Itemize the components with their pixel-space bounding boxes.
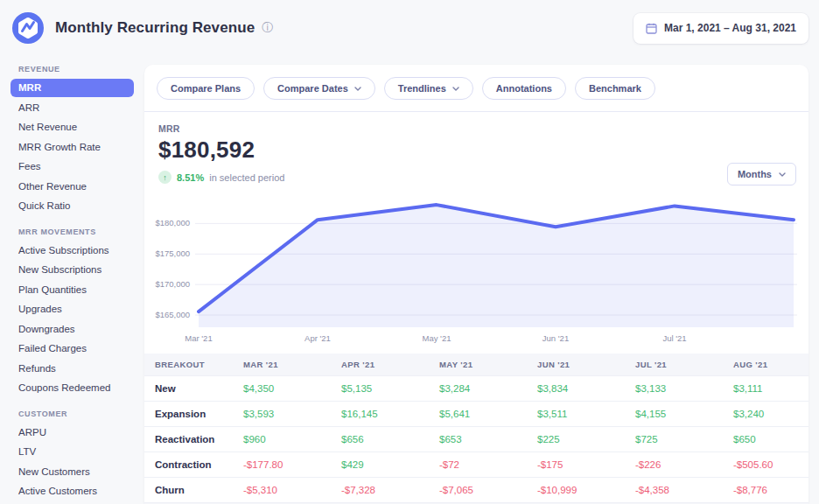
column-header-mar-21: MAR '21 — [233, 354, 331, 376]
svg-text:$165,000: $165,000 — [155, 310, 190, 319]
table-cell: -$7,065 — [429, 478, 527, 503]
annotations-button[interactable]: Annotations — [482, 77, 566, 100]
column-header-jul-21: JUL '21 — [625, 354, 723, 376]
button-label: Compare Plans — [171, 83, 241, 94]
sidebar-item-net-revenue[interactable]: Net Revenue — [10, 118, 134, 136]
compare-plans-button[interactable]: Compare Plans — [157, 77, 255, 100]
row-label: Contraction — [144, 452, 233, 478]
date-range-label: Mar 1, 2021 – Aug 31, 2021 — [664, 22, 796, 34]
table-cell: $653 — [429, 427, 527, 452]
sidebar-section-customer: CUSTOMERARPULTVNew CustomersActive Custo… — [10, 410, 134, 504]
trend-up-icon: ↑ — [158, 171, 172, 184]
info-icon[interactable]: ⓘ — [262, 20, 273, 36]
sidebar-item-downgrades[interactable]: Downgrades — [10, 320, 134, 339]
row-label: New — [144, 376, 233, 402]
sidebar-item-upgrades[interactable]: Upgrades — [10, 300, 134, 318]
table-cell: $3,834 — [527, 376, 625, 402]
sidebar-item-arpu[interactable]: ARPU — [10, 424, 134, 442]
app-logo-icon[interactable] — [12, 12, 44, 44]
table-cell: -$4,358 — [625, 478, 723, 503]
chart-toolbar: Compare PlansCompare DatesTrendlinesAnno… — [144, 65, 808, 111]
sidebar-item-new-customers[interactable]: New Customers — [10, 463, 134, 481]
sidebar-item-failed-charges[interactable]: Failed Charges — [10, 340, 134, 358]
table-cell: -$5,310 — [233, 478, 331, 503]
breakout-table-header: BREAKOUTMAR '21APR '21MAY '21JUN '21JUL … — [144, 354, 808, 376]
sidebar-item-other-revenue[interactable]: Other Revenue — [10, 178, 134, 196]
sidebar-item-mrr-growth-rate[interactable]: MRR Growth Rate — [10, 138, 134, 157]
table-cell: -$10,999 — [527, 478, 625, 503]
column-header-may-21: MAY '21 — [429, 354, 527, 376]
svg-text:Apr '21: Apr '21 — [304, 333, 331, 343]
sidebar-item-active-subscriptions[interactable]: Active Subscriptions — [10, 242, 134, 260]
svg-text:Jun '21: Jun '21 — [542, 333, 569, 343]
table-cell: $3,284 — [429, 376, 527, 402]
sidebar-item-plan-quantities[interactable]: Plan Quantities — [10, 281, 134, 299]
sidebar-item-ltv[interactable]: LTV — [10, 443, 134, 461]
table-cell: -$177.80 — [233, 452, 331, 478]
sidebar-nav: REVENUEMRRARRNet RevenueMRR Growth RateF… — [0, 56, 144, 504]
table-cell: $650 — [723, 427, 808, 452]
row-label: Expansion — [144, 402, 233, 427]
sidebar-item-new-subscriptions[interactable]: New Subscriptions — [10, 261, 134, 279]
chevron-down-icon — [779, 172, 786, 177]
table-cell: $725 — [625, 427, 723, 452]
table-cell: $3,111 — [723, 376, 808, 402]
sidebar-section-label: REVENUE — [18, 65, 134, 74]
table-cell: $960 — [233, 427, 331, 452]
sidebar-section-revenue: REVENUEMRRARRNet RevenueMRR Growth RateF… — [10, 65, 134, 215]
svg-text:May '21: May '21 — [423, 333, 452, 343]
sidebar-section-mrr-movements: MRR MOVEMENTSActive SubscriptionsNew Sub… — [10, 228, 134, 397]
mrr-line-chart[interactable]: $180,000$175,000$170,000$165,000Mar '21A… — [150, 189, 808, 345]
benchmark-button[interactable]: Benchmark — [575, 77, 655, 100]
breakout-table: BREAKOUTMAR '21APR '21MAY '21JUN '21JUL … — [144, 354, 808, 504]
sidebar-item-mrr[interactable]: MRR — [10, 79, 134, 97]
period-select[interactable]: Months — [727, 163, 796, 186]
sidebar-item-refunds[interactable]: Refunds — [10, 360, 134, 378]
chevron-down-icon — [354, 87, 361, 91]
svg-text:Jul '21: Jul '21 — [662, 333, 686, 343]
calendar-icon — [646, 23, 657, 34]
table-cell: $4,350 — [233, 376, 331, 402]
svg-text:Mar '21: Mar '21 — [185, 333, 212, 343]
mrr-chart-area[interactable]: $180,000$175,000$170,000$165,000Mar '21A… — [150, 189, 808, 345]
table-cell: $3,240 — [723, 402, 808, 427]
column-header-aug-21: AUG '21 — [723, 354, 808, 376]
svg-text:$170,000: $170,000 — [155, 279, 190, 289]
button-label: Annotations — [496, 83, 552, 94]
column-header-jun-21: JUN '21 — [527, 354, 625, 376]
table-cell: $5,641 — [429, 402, 527, 427]
table-row-reactivation: Reactivation$960$656$653$225$725$650 — [144, 427, 808, 452]
app-header: Monthly Recurring Revenue ⓘ Mar 1, 2021 … — [0, 0, 819, 56]
date-range-picker[interactable]: Mar 1, 2021 – Aug 31, 2021 — [634, 13, 808, 44]
table-row-contraction: Contraction-$177.80$429-$72-$175-$226-$5… — [144, 452, 808, 478]
svg-text:$180,000: $180,000 — [155, 218, 190, 228]
button-label: Benchmark — [589, 83, 641, 94]
table-cell: -$505.60 — [723, 452, 808, 478]
table-cell: -$8,776 — [723, 478, 808, 503]
metric-delta: ↑ 8.51% in selected period — [158, 171, 794, 184]
table-cell: $3,593 — [233, 402, 331, 427]
table-cell: -$7,328 — [331, 478, 429, 503]
row-label: Reactivation — [144, 427, 233, 452]
metric-label: MRR — [158, 123, 794, 134]
sidebar-item-quick-ratio[interactable]: Quick Ratio — [10, 197, 134, 215]
compare-dates-button[interactable]: Compare Dates — [263, 77, 375, 100]
sidebar-item-active-customers[interactable]: Active Customers — [10, 482, 134, 500]
table-cell: $225 — [527, 427, 625, 452]
column-header-breakout: BREAKOUT — [144, 354, 233, 376]
sidebar-section-label: MRR MOVEMENTS — [18, 228, 134, 236]
sidebar-item-fees[interactable]: Fees — [10, 158, 134, 176]
delta-suffix: in selected period — [209, 172, 284, 183]
row-label: Churn — [144, 478, 233, 503]
column-header-apr-21: APR '21 — [331, 354, 429, 376]
table-row-expansion: Expansion$3,593$16,145$5,641$3,511$4,155… — [144, 402, 808, 427]
sidebar-section-label: CUSTOMER — [18, 410, 134, 418]
table-cell: $5,135 — [331, 376, 429, 402]
sidebar-item-arr[interactable]: ARR — [10, 99, 134, 117]
sidebar-item-coupons-redeemed[interactable]: Coupons Redeemed — [10, 379, 134, 397]
metric-value: $180,592 — [158, 136, 794, 164]
main-panel: Compare PlansCompare DatesTrendlinesAnno… — [144, 65, 808, 504]
page-title: Monthly Recurring Revenue — [55, 19, 255, 37]
table-cell: $16,145 — [331, 402, 429, 427]
trendlines-button[interactable]: Trendlines — [384, 77, 473, 100]
